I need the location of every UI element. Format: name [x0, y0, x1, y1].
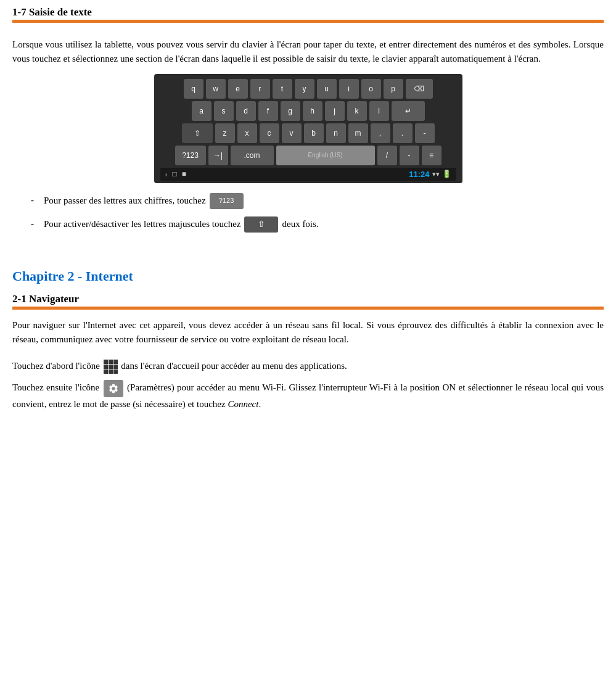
key-a[interactable]: a [192, 101, 211, 121]
gear-icon-svg [108, 383, 119, 394]
key-w[interactable]: w [206, 79, 226, 99]
key-k[interactable]: k [347, 101, 367, 121]
key-dotcom[interactable]: .com [231, 146, 274, 165]
key-s[interactable]: s [214, 101, 234, 121]
shift-button[interactable]: ⇧ [244, 216, 278, 233]
key-c[interactable]: c [260, 123, 279, 143]
key-delete[interactable]: ⌫ [406, 79, 433, 99]
key-dash[interactable]: - [415, 123, 435, 143]
orange-divider [12, 20, 604, 23]
key-period[interactable]: . [393, 123, 413, 143]
section-21-paragraph1: Pour naviguer sur l'Internet avec cet ap… [12, 318, 604, 347]
section-21-heading: 2-1 Navigateur [12, 293, 604, 310]
bullet-item-2: - Pour activer/désactiver les lettres ma… [31, 216, 604, 233]
dash-1: - [31, 193, 34, 207]
para3-connect: Connect [228, 399, 258, 409]
key-u[interactable]: u [317, 79, 337, 99]
nav-recent-icon: ■ [182, 170, 186, 179]
grid-apps-icon [104, 360, 118, 374]
section-17-heading: 1-7 Saisie de texte [12, 6, 604, 23]
key-j[interactable]: j [325, 101, 345, 121]
keyboard-widget: q w e r t y u i o p ⌫ a s d f g h j k l … [154, 74, 462, 183]
dash-2: - [31, 216, 34, 231]
key-m[interactable]: m [348, 123, 368, 143]
settings-icon [104, 380, 123, 397]
key-q[interactable]: q [184, 79, 203, 99]
nav-back-icon: ‹ [165, 170, 168, 179]
para3-end: . [258, 399, 261, 409]
para3-middle: (Paramètres) pour accéder au menu Wi-Fi.… [12, 383, 604, 410]
bullet2-suffix: deux fois. [282, 217, 318, 231]
key-comma[interactable]: , [371, 123, 390, 143]
section-21-paragraph3: Touchez ensuite l'icône (Paramètres) pou… [12, 380, 604, 411]
key-p[interactable]: p [384, 79, 403, 99]
key-slash[interactable]: / [377, 146, 397, 165]
para2-suffix: dans l'écran d'accueil pour accéder au m… [121, 361, 347, 371]
para2-prefix: Touchez d'abord l'icône [12, 361, 100, 371]
chapter-2-heading: Chapitre 2 - Internet [12, 268, 604, 284]
orange-divider-2 [12, 307, 604, 310]
status-time: 11:24 [409, 170, 429, 179]
key-g[interactable]: g [281, 101, 300, 121]
key-v[interactable]: v [282, 123, 302, 143]
num-button[interactable]: ?123 [210, 193, 244, 209]
section-17-paragraph: Lorsque vous utilisez la tablette, vous … [12, 38, 604, 67]
key-enter[interactable]: ↵ [392, 101, 425, 121]
key-o[interactable]: o [361, 79, 381, 99]
key-l[interactable]: l [369, 101, 389, 121]
keyboard-image: q w e r t y u i o p ⌫ a s d f g h j k l … [12, 74, 604, 183]
key-i[interactable]: i [339, 79, 359, 99]
key-e[interactable]: e [228, 79, 248, 99]
bullet1-prefix: Pour passer des lettres aux chiffres, to… [44, 194, 206, 208]
battery-icon: 🔋 [442, 170, 451, 179]
key-shift[interactable]: ⇧ [182, 123, 213, 143]
key-x[interactable]: x [237, 123, 257, 143]
key-d[interactable]: d [236, 101, 256, 121]
keyboard-row-1: q w e r t y u i o p ⌫ [160, 79, 456, 99]
para3-prefix: Touchez ensuite l'icône [12, 383, 99, 393]
nav-home-icon: □ [173, 170, 177, 179]
key-f[interactable]: f [258, 101, 278, 121]
key-z[interactable]: z [215, 123, 235, 143]
section-21-paragraph2: Touchez d'abord l'icône dans l'écran d'a… [12, 359, 604, 374]
key-y[interactable]: y [295, 79, 314, 99]
key-h[interactable]: h [303, 101, 322, 121]
bullet2-prefix: Pour activer/désactiver les lettres maju… [44, 217, 240, 231]
key-space[interactable]: English (US) [276, 146, 375, 165]
status-right: 11:24 ▾▾ 🔋 [409, 170, 451, 179]
key-dash2[interactable]: - [400, 146, 419, 165]
key-settings[interactable]: ≡ [422, 146, 441, 165]
bullet-item-1: - Pour passer des lettres aux chiffres, … [31, 193, 604, 209]
key-t[interactable]: t [273, 79, 292, 99]
keyboard-status-bar: ‹ □ ■ 11:24 ▾▾ 🔋 [160, 168, 456, 181]
keyboard-row-3: ⇧ z x c v b n m , . - [160, 123, 456, 143]
key-n[interactable]: n [326, 123, 346, 143]
key-r[interactable]: r [250, 79, 270, 99]
key-num[interactable]: ?123 [175, 146, 206, 165]
chapter-2-section: Chapitre 2 - Internet [12, 268, 604, 284]
bullet-text-2: Pour activer/désactiver les lettres maju… [44, 216, 319, 233]
wifi-icon: ▾▾ [432, 170, 440, 178]
key-b[interactable]: b [304, 123, 324, 143]
section-21-title: 2-1 Navigateur [12, 293, 604, 305]
bullet-text-1: Pour passer des lettres aux chiffres, to… [44, 193, 244, 209]
keyboard-row-4: ?123 →| .com English (US) / - ≡ [160, 146, 456, 165]
key-tab[interactable]: →| [208, 146, 228, 165]
keyboard-row-2: a s d f g h j k l ↵ [160, 101, 456, 121]
bullet-list: - Pour passer des lettres aux chiffres, … [31, 193, 604, 233]
status-left-icons: ‹ □ ■ [165, 170, 187, 179]
